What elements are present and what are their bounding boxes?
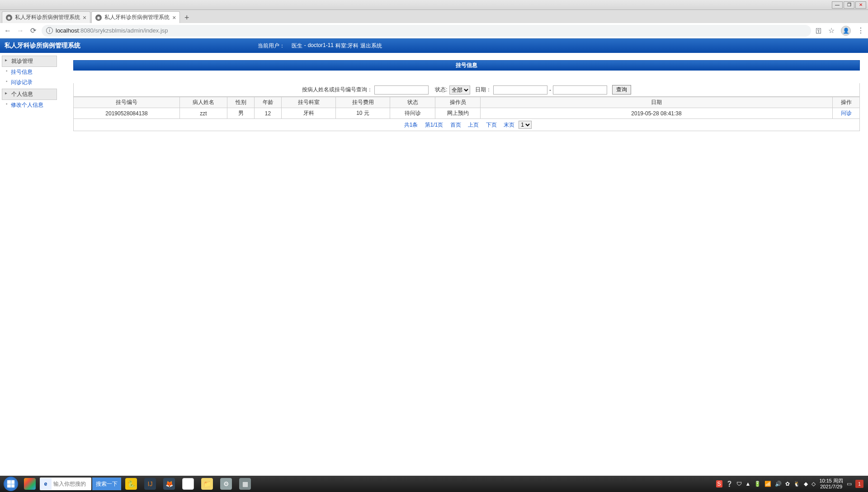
col-dept: 挂号科室 [282,97,336,108]
globe-icon: ◉ [6,14,12,21]
col-patient: 病人姓名 [180,97,227,108]
filter-bar: 按病人姓名或挂号编号查询： 状态: 全部 日期： - 查询 [73,83,860,97]
sidebar-group-visit[interactable]: 就诊管理 [2,56,57,67]
browser-tab[interactable]: ◉ 私人牙科诊所病例管理系统 × [2,11,90,23]
cell-operator: 网上预约 [435,108,481,119]
filter-status-label: 状态: [435,86,447,94]
sidebar-item-edit-profile[interactable]: 修改个人信息 [2,100,57,110]
page-first-link[interactable]: 首页 [450,122,461,128]
cell-fee: 10 元 [336,108,390,119]
window-maximize-button[interactable]: ❐ [844,1,854,9]
page-last-link[interactable]: 末页 [504,122,514,128]
page-total: 共1条 [404,122,418,128]
forward-button: → [16,27,24,35]
tab-title: 私人牙科诊所病例管理系统 [104,14,170,21]
search-button[interactable]: 查询 [612,85,631,95]
filter-date-label: 日期： [475,86,491,94]
app-title: 私人牙科诊所病例管理系统 [5,42,258,50]
browser-toolbar: ← → ⟳ i localhost:8080/srykzsblmis/admin… [0,23,868,38]
tab-close-icon[interactable]: × [83,14,86,21]
filter-status-select[interactable]: 全部 [449,85,470,95]
col-status: 状态 [390,97,435,108]
filter-date-to-input[interactable] [553,85,607,95]
col-id: 挂号编号 [74,97,180,108]
tab-close-icon[interactable]: × [172,14,176,21]
panel-title: 挂号信息 [73,60,860,71]
table-row: 20190528084138 zzt 男 12 牙科 10 元 待问诊 网上预约… [74,108,860,119]
password-key-icon[interactable]: ⚿ [816,27,822,34]
date-separator: - [549,87,551,93]
browser-tab-bar: ◉ 私人牙科诊所病例管理系统 × ◉ 私人牙科诊所病例管理系统 × + [0,10,868,23]
cell-age: 12 [255,108,282,119]
diagnose-link[interactable]: 问诊 [841,110,852,116]
pagination: 共1条 第1/1页 首页 上页 下页 末页 1 [73,119,860,131]
col-date: 日期 [481,97,833,108]
os-window-titlebar: — ❐ ✕ [0,0,868,10]
browser-menu-icon[interactable]: ⋮ [857,26,864,35]
bookmark-star-icon[interactable]: ☆ [828,26,835,35]
profile-avatar[interactable]: 👤 [841,26,851,36]
globe-icon: ◉ [95,14,102,21]
new-tab-button[interactable]: + [181,12,193,23]
cell-patient: zzt [180,108,227,119]
cell-id: 20190528084138 [74,108,180,119]
sidebar-item-registration-info[interactable]: 挂号信息 [2,67,57,77]
col-operator: 操作员 [435,97,481,108]
filter-date-from-input[interactable] [493,85,547,95]
registration-table: 挂号编号 病人姓名 性别 年龄 挂号科室 挂号费用 状态 操作员 日期 操作 2… [73,97,860,119]
window-close-button[interactable]: ✕ [855,1,866,9]
filter-name-label: 按病人姓名或挂号编号查询： [302,86,373,94]
address-url: localhost:8080/srykzsblmis/admin/index.j… [56,27,807,34]
col-fee: 挂号费用 [336,97,390,108]
col-gender: 性别 [227,97,255,108]
filter-name-input[interactable] [374,85,429,95]
reload-button[interactable]: ⟳ [29,27,37,35]
logout-link[interactable]: 退出系统 [360,42,382,50]
window-minimize-button[interactable]: — [832,1,843,9]
cell-date: 2019-05-28 08:41:38 [481,108,833,119]
page-next-link[interactable]: 下页 [486,122,497,128]
app-header: 私人牙科诊所病例管理系统 当前用户： 医生-doctor1-11 科室:牙科 退… [0,38,868,53]
cell-action: 问诊 [833,108,860,119]
tab-title: 私人牙科诊所病例管理系统 [15,14,80,21]
browser-tab-active[interactable]: ◉ 私人牙科诊所病例管理系统 × [91,11,180,23]
back-button[interactable]: ← [4,27,12,35]
page-info: 第1/1页 [425,122,443,128]
sidebar: 就诊管理 挂号信息 问诊记录 个人信息 修改个人信息 [0,53,59,476]
cell-status: 待问诊 [390,108,435,119]
sidebar-group-profile[interactable]: 个人信息 [2,89,57,100]
current-user-info: 当前用户： 医生-doctor1-11 科室:牙科 退出系统 [258,42,382,50]
cell-gender: 男 [227,108,255,119]
page-prev-link[interactable]: 上页 [468,122,479,128]
page-select[interactable]: 1 [519,121,532,129]
cell-dept: 牙科 [282,108,336,119]
sidebar-item-diagnosis-record[interactable]: 问诊记录 [2,77,57,88]
site-info-icon[interactable]: i [46,27,53,34]
col-action: 操作 [833,97,860,108]
col-age: 年龄 [255,97,282,108]
content-area: 挂号信息 按病人姓名或挂号编号查询： 状态: 全部 日期： - 查询 挂号编号 … [59,53,868,476]
address-bar[interactable]: i localhost:8080/srykzsblmis/admin/index… [42,25,811,37]
